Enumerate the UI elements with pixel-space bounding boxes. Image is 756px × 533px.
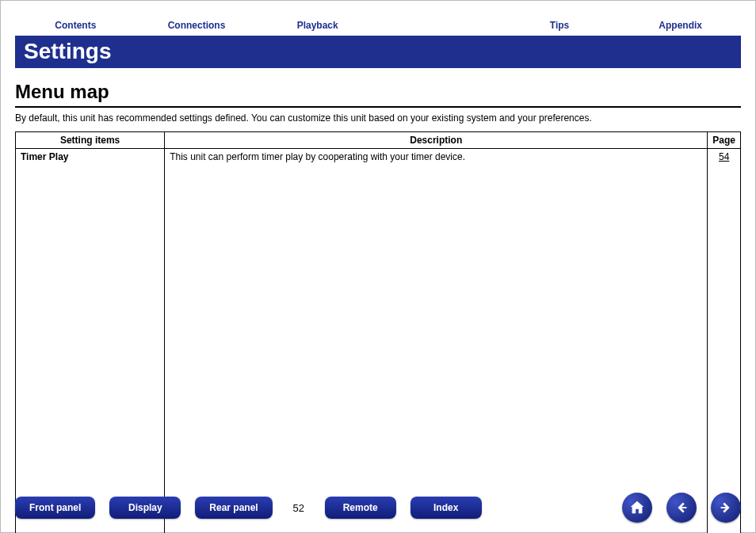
manual-page: ContentsConnectionsPlaybackSettingsTipsA… [0,0,756,533]
svg-rect-1 [721,507,728,508]
tab-connections[interactable]: Connections [136,13,258,37]
section-title: Menu map [15,81,741,108]
col-description: Description [165,132,708,149]
page-link-cell: 54 [708,149,741,534]
tab-label: Connections [168,20,226,31]
tab-label: Appendix [659,20,702,31]
index-button[interactable]: Index [410,497,482,519]
tab-settings[interactable]: Settings [378,13,499,37]
tab-label: Tips [550,20,569,31]
rear-panel-button[interactable]: Rear panel [195,497,272,519]
page-title: Settings [24,39,111,63]
page-title-bar: Settings [15,36,741,68]
tab-label: Playback [297,20,338,31]
display-button[interactable]: Display [109,497,181,519]
tab-label: Settings [420,20,457,31]
page-link[interactable]: 54 [719,151,729,162]
tab-label: Contents [55,20,96,31]
col-page: Page [708,132,741,149]
svg-rect-0 [679,507,686,508]
setting-description: This unit can perform timer play by coop… [165,149,708,534]
home-icon[interactable] [622,493,652,523]
table-row: Timer PlayThis unit can perform timer pl… [16,149,741,534]
arrow-right-icon[interactable] [711,493,741,523]
remote-button[interactable]: Remote [325,497,396,519]
page-number: 52 [287,502,311,514]
tab-contents[interactable]: Contents [15,13,136,37]
menu-map-table: Setting items Description Page Timer Pla… [15,131,741,533]
intro-text: By default, this unit has recommended se… [15,112,741,124]
tab-playback[interactable]: Playback [257,13,378,37]
tab-tips[interactable]: Tips [499,13,620,37]
tab-appendix[interactable]: Appendix [620,13,741,37]
col-setting-items: Setting items [16,132,165,149]
table-header-row: Setting items Description Page [16,132,741,149]
setting-item: Timer Play [16,149,165,534]
footer-nav: Front panel Display Rear panel 52 Remote… [15,493,741,523]
nav-tabs: ContentsConnectionsPlaybackSettingsTipsA… [15,13,741,37]
arrow-left-icon[interactable] [666,493,697,523]
front-panel-button[interactable]: Front panel [15,497,95,519]
page-content: ContentsConnectionsPlaybackSettingsTipsA… [1,1,755,533]
